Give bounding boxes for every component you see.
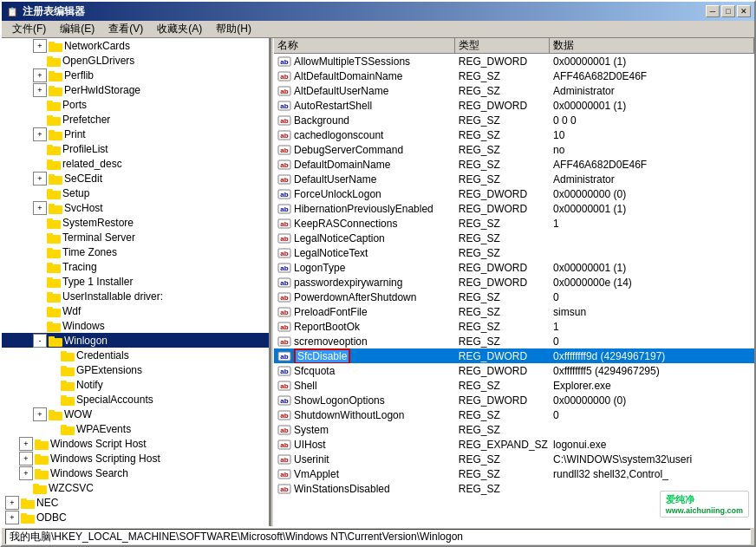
tree-item[interactable]: +PerHwIdStorage — [2, 82, 269, 97]
tree-item[interactable]: Time Zones — [2, 244, 269, 259]
list-row[interactable]: abSystemREG_SZ — [274, 422, 754, 437]
tree-toggle[interactable]: + — [19, 437, 33, 451]
list-row[interactable]: abAltDefaultDomainNameREG_SZAFF46A682D0E… — [274, 68, 754, 83]
reg-icon: ab — [277, 483, 291, 495]
tree-toggle[interactable]: + — [33, 407, 47, 421]
tree-item[interactable]: Windows — [2, 318, 269, 333]
list-row[interactable]: abDefaultDomainNameREG_SZAFF46A682D0E46F — [274, 157, 754, 172]
list-row[interactable]: abBackgroundREG_SZ0 0 0 — [274, 113, 754, 127]
tree-toggle[interactable]: + — [33, 39, 47, 53]
tree-toggle[interactable]: + — [33, 83, 47, 97]
list-row[interactable]: abSfcquotaREG_DWORD0xffffffff5 (42949672… — [274, 363, 754, 378]
list-row[interactable]: abShutdownWithoutLogonREG_SZ0 — [274, 407, 754, 422]
tree-item[interactable]: -Winlogon — [2, 333, 269, 348]
tree-item[interactable]: +SeCEdit — [2, 171, 269, 186]
svg-rect-15 — [47, 145, 53, 148]
list-row[interactable]: abKeepRASConnectionsREG_SZ1 — [274, 216, 754, 231]
list-cell-type: REG_SZ — [455, 452, 550, 466]
tree-item[interactable]: ProfileList — [2, 141, 269, 156]
list-row[interactable]: abShowLogonOptionsREG_DWORD0x00000000 (0… — [274, 393, 754, 407]
minimize-button[interactable]: ─ — [706, 5, 720, 17]
list-row[interactable]: abcachedlogonscountREG_SZ10 — [274, 127, 754, 142]
tree-item[interactable]: +NetworkCards — [2, 38, 269, 53]
folder-icon — [61, 379, 75, 391]
tree-item[interactable]: +Windows Search — [2, 466, 269, 480]
svg-rect-65 — [21, 513, 27, 517]
list-row[interactable]: abForceUnlockLogonREG_DWORD0x00000000 (0… — [274, 186, 754, 201]
list-cell-data: 0x00000001 (1) — [550, 54, 754, 68]
list-row[interactable]: abReportBootOkREG_SZ1 — [274, 319, 754, 334]
menu-item[interactable]: 查看(V) — [101, 20, 150, 38]
list-row[interactable]: abLegalNoticeTextREG_SZ — [274, 245, 754, 260]
tree-toggle[interactable]: + — [33, 172, 47, 186]
menu-item[interactable]: 收藏夹(A) — [150, 20, 209, 38]
tree-item[interactable]: Terminal Server — [2, 230, 269, 244]
tree-item[interactable]: +ODBC — [2, 510, 269, 524]
list-row[interactable]: abUserinitREG_SZC:\WINDOWS\system32\user… — [274, 452, 754, 466]
list-row[interactable]: abHibernationPreviouslyEnabledREG_DWORD0… — [274, 201, 754, 216]
tree-item[interactable]: OpenGLDrivers — [2, 53, 269, 68]
menu-item[interactable]: 帮助(H) — [209, 20, 258, 38]
tree-item[interactable]: +Print — [2, 127, 269, 141]
list-row[interactable]: abAllowMultipleTSSessionsREG_DWORD0x0000… — [274, 54, 754, 68]
tree-item[interactable]: WZCSVC — [2, 480, 269, 495]
tree-item[interactable]: Notify — [2, 377, 269, 392]
tree-item[interactable]: Type 1 Installer — [2, 274, 269, 289]
list-row[interactable]: abLogonTypeREG_DWORD0x00000001 (1) — [274, 260, 754, 275]
tree-toggle[interactable]: + — [33, 68, 47, 82]
registry-tree[interactable]: +NetworkCardsOpenGLDrivers+Perflib+PerHw… — [2, 38, 270, 526]
tree-toggle[interactable]: + — [19, 452, 33, 466]
tree-toggle[interactable]: + — [33, 127, 47, 141]
tree-item[interactable]: Ports — [2, 97, 269, 112]
list-cell-type: REG_SZ — [455, 319, 550, 334]
list-row[interactable]: abVmAppletREG_SZrundll32 shell32,Control… — [274, 466, 754, 481]
list-row[interactable]: abShellREG_SZExplorer.exe — [274, 378, 754, 393]
list-row[interactable]: abSfcDisableREG_DWORD0xffffffff9d (42949… — [274, 348, 754, 363]
tree-label: GPExtensions — [76, 364, 142, 376]
menu-item[interactable]: 编辑(E) — [53, 20, 101, 38]
close-button[interactable]: ✕ — [737, 5, 751, 17]
tree-toggle[interactable]: + — [33, 201, 47, 215]
svg-text:ab: ab — [280, 235, 288, 243]
tree-toggle[interactable]: + — [5, 511, 19, 524]
tree-item[interactable]: Credentials — [2, 348, 269, 362]
tree-item[interactable]: SystemRestore — [2, 215, 269, 230]
tree-item[interactable]: SpecialAccounts — [2, 392, 269, 407]
tree-toggle[interactable]: + — [19, 466, 33, 480]
list-row[interactable]: abDefaultUserNameREG_SZAdministrator — [274, 172, 754, 186]
list-row[interactable]: abLegalNoticeCaptionREG_SZ — [274, 231, 754, 245]
svg-rect-39 — [47, 322, 53, 325]
tree-toggle[interactable]: + — [5, 496, 19, 510]
list-row[interactable]: abAutoRestartShellREG_DWORD0x00000001 (1… — [274, 98, 754, 113]
reg-icon: ab — [277, 218, 291, 230]
list-row[interactable]: abDebugServerCommandREG_SZno — [274, 142, 754, 157]
list-row[interactable]: abPreloadFontFileREG_SZsimsun — [274, 304, 754, 319]
tree-toggle[interactable]: - — [33, 334, 47, 348]
tree-item[interactable]: +Windows Script Host — [2, 436, 269, 451]
list-cell-data: 0x0000000e (14) — [550, 275, 754, 290]
list-row[interactable]: abAltDefaultUserNameREG_SZAdministrator — [274, 83, 754, 98]
tree-item[interactable]: +SvcHost — [2, 200, 269, 215]
tree-item[interactable]: +WOW — [2, 407, 269, 421]
tree-item[interactable]: Wdf — [2, 303, 269, 318]
list-cell-data: AFF46A682D0E46F — [550, 157, 754, 172]
tree-item[interactable]: GPExtensions — [2, 362, 269, 377]
tree-item[interactable]: +Windows Scripting Host — [2, 451, 269, 466]
list-row[interactable]: abscremoveoptionREG_SZ0 — [274, 334, 754, 348]
list-body[interactable]: abAllowMultipleTSSessionsREG_DWORD0x0000… — [274, 54, 754, 526]
tree-item[interactable]: WPAEvents — [2, 421, 269, 436]
tree-item[interactable]: Tracing — [2, 259, 269, 274]
list-row[interactable]: abPowerdownAfterShutdownREG_SZ0 — [274, 290, 754, 304]
tree-item[interactable]: Prefetcher — [2, 112, 269, 127]
tree-item[interactable]: +NEC — [2, 495, 269, 510]
tree-item[interactable]: +Perflib — [2, 68, 269, 82]
list-row[interactable]: abUIHostREG_EXPAND_SZlogonui.exe — [274, 437, 754, 452]
reg-icon: ab — [277, 424, 291, 436]
list-row[interactable]: abpasswordexpirywarningREG_DWORD0x000000… — [274, 275, 754, 290]
tree-item[interactable]: UserInstallable driver: — [2, 289, 269, 303]
tree-item[interactable]: related_desc — [2, 156, 269, 171]
tree-item[interactable]: Setup — [2, 186, 269, 200]
maximize-button[interactable]: □ — [721, 5, 735, 17]
menu-item[interactable]: 文件(F) — [5, 20, 53, 38]
list-cell-data: 0 0 0 — [550, 113, 754, 127]
